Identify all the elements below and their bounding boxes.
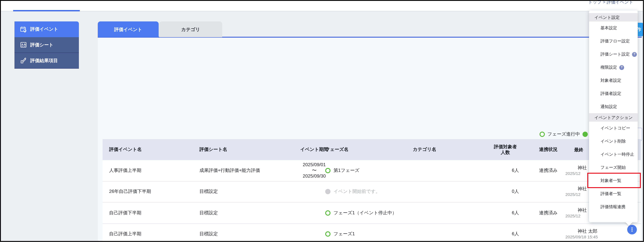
menu-item-sheet-settings[interactable]: 評価シート設定 ? [589, 48, 638, 61]
sidebar-item-label: 評価シート [30, 42, 54, 48]
phase-complete-icon [583, 132, 588, 137]
table-header-row: 評価イベント名 評価シート名 イベント期間 フェーズ名 カテゴリ名 評価対象者人… [102, 139, 641, 160]
sidebar-item-label: 評価イベント [30, 26, 58, 32]
menu-item-flow-settings[interactable]: 評価フロー設定 [589, 34, 638, 48]
event-name: 自己評価下半期 [109, 203, 197, 223]
menu-item-permission-settings[interactable]: 権限設定 ? [589, 61, 638, 74]
event-context-menu: イベント設定 基本設定 評価フロー設定 評価シート設定 ? 権限設定 ? 対象者… [589, 10, 638, 222]
svg-text:A: A [24, 43, 26, 46]
sheet-aa-icon: A A [20, 42, 27, 48]
sheet-name: 目標設定 [200, 224, 289, 242]
sheet-name: 目標設定 [200, 203, 289, 223]
event-name: 26年自己評価下半期 [109, 181, 197, 202]
phase: フェーズ1 [325, 224, 411, 242]
col-category: カテゴリ名 [413, 139, 478, 160]
menu-item-notification-settings[interactable]: 通知設定 [589, 100, 638, 113]
title-underline [13, 10, 80, 11]
phase: フェーズ1（イベント停止中） [325, 203, 411, 223]
category [413, 181, 478, 202]
help-icon[interactable]: ? [619, 65, 624, 70]
target-count: 6人 [492, 224, 519, 242]
category [413, 160, 478, 181]
menu-item-evaluator-settings[interactable]: 評価者設定 [589, 87, 638, 100]
sidebar-item-evaluation-event[interactable]: 評価イベント [14, 21, 79, 37]
tab-category[interactable]: カテゴリ [159, 21, 222, 37]
menu-item-event-pause[interactable]: イベント一時停止 [589, 148, 638, 161]
last-updated: 神社 太郎 2025/09/18 15:45 [564, 224, 615, 242]
target-count: 0人 [492, 181, 519, 202]
link-status: 連携済み [539, 160, 564, 181]
table-row[interactable]: 26年自己評価下半期 目標設定 イベント開始前です。 0人 神社 2025/12 [102, 181, 641, 203]
phase-in-progress-icon [325, 232, 330, 237]
kebab-menu-icon: ⋮ [630, 227, 635, 232]
category [413, 203, 478, 223]
event-table: 評価イベント名 評価シート名 イベント期間 フェーズ名 カテゴリ名 評価対象者人… [102, 139, 641, 242]
link-status [539, 224, 564, 242]
sidebar-item-label: 評価結果項目 [30, 58, 58, 64]
target-count: 6人 [492, 160, 519, 181]
phase-in-progress-icon [325, 168, 330, 173]
sheet-name: 目標設定 [200, 181, 289, 202]
status-legend: フェーズ進行中 [540, 131, 588, 137]
tab-evaluation-event[interactable]: 評価イベント [98, 21, 159, 37]
calendar-award-icon [20, 26, 27, 33]
target-count: 6人 [492, 203, 519, 223]
table-row[interactable]: 人事評価上半期 成果評価+行動評価+能力評価 2025/09/01〜2025/0… [102, 160, 641, 181]
menu-item-evaluation-info-link[interactable]: 評価情報連携 [589, 200, 638, 213]
menu-item-phase-start[interactable]: フェーズ開始 [589, 161, 638, 174]
top-bar: トップ > 評価イベント [1, 1, 643, 11]
menu-item-basic-settings[interactable]: 基本設定 [589, 21, 638, 34]
help-icon[interactable]: ? [632, 52, 637, 57]
sidebar-item-evaluation-result-items[interactable]: 評価結果項目 [14, 53, 79, 69]
phase-in-progress-icon [540, 132, 545, 137]
col-link-status: 連携状況 [539, 139, 564, 160]
menu-section-event-actions: イベントアクション [589, 113, 638, 121]
menu-item-event-delete[interactable]: イベント削除 [589, 135, 638, 148]
link-status [539, 181, 564, 202]
sidebar: 評価イベント A A 評価シート 評価結果項目 [14, 21, 79, 69]
highlight-annotation-box [587, 173, 641, 188]
col-sheet-name: 評価シート名 [200, 139, 289, 160]
menu-section-event-settings: イベント設定 [589, 13, 638, 21]
result-items-icon [20, 57, 27, 64]
link-status: 連携済み [539, 203, 564, 223]
menu-callout-arrow [625, 222, 633, 226]
menu-item-target-settings[interactable]: 対象者設定 [589, 74, 638, 87]
menu-item-evaluator-list[interactable]: 評価者一覧 [589, 187, 638, 200]
phase-in-progress-icon [325, 210, 330, 216]
event-name: 人事評価上半期 [109, 160, 197, 181]
kebab-menu-button[interactable]: ⋮ [627, 225, 637, 235]
phase-not-started-icon [325, 189, 330, 194]
breadcrumb[interactable]: トップ > 評価イベント [588, 0, 633, 5]
menu-item-event-copy[interactable]: イベントコピー [589, 121, 638, 135]
table-row[interactable]: 自己評価上半期 目標設定 フェーズ1 6人 神社 太郎 2025/09/18 1… [102, 224, 641, 242]
col-phase: フェーズ名 [325, 139, 411, 160]
table-row[interactable]: 自己評価下半期 目標設定 フェーズ1（イベント停止中） 6人 連携済み 神社 2… [102, 203, 641, 224]
sheet-name: 成果評価+行動評価+能力評価 [200, 160, 289, 181]
app-window: トップ > 評価イベント 評価イベント 評価イベント A A 評価 [0, 0, 644, 242]
col-target-count: 評価対象者人数 [488, 139, 522, 160]
svg-text:A: A [21, 43, 23, 46]
legend-label: フェーズ進行中 [548, 131, 580, 137]
phase: 第1フェーズ [325, 160, 411, 181]
col-event-name: 評価イベント名 [109, 139, 197, 160]
event-name: 自己評価上半期 [109, 224, 197, 242]
category [413, 224, 478, 242]
phase: イベント開始前です。 [325, 181, 411, 202]
sidebar-item-evaluation-sheet[interactable]: A A 評価シート [14, 37, 79, 53]
